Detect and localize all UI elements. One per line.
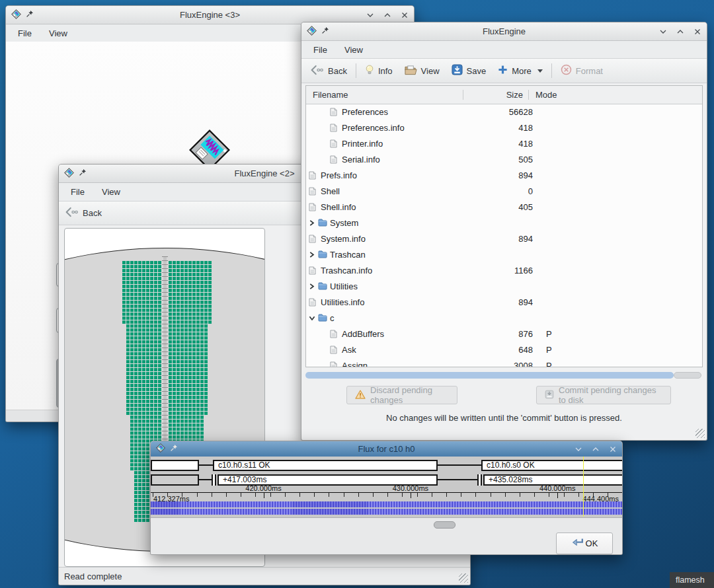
resize-grip[interactable] — [695, 429, 705, 438]
table-row[interactable]: Preferences.info418 — [306, 120, 702, 135]
toolbar-separator — [356, 63, 356, 78]
record-start-marker — [477, 474, 482, 486]
table-row[interactable]: Ask648P — [306, 342, 702, 357]
pin-icon[interactable] — [170, 444, 178, 454]
filename-cell: Ask — [342, 345, 475, 355]
flux-plot: c10.h0.s11 OK c10.h0.s0 OK +417.003ms +4… — [151, 457, 622, 518]
table-row[interactable]: c — [306, 310, 702, 326]
file-icon — [309, 203, 321, 211]
chevron-right-icon[interactable] — [309, 220, 318, 226]
connector-line — [438, 479, 477, 480]
mode-cell: P — [539, 345, 702, 355]
axis-major-tick — [411, 492, 411, 498]
discard-label: Discard pending changes — [370, 385, 449, 405]
format-label: Format — [576, 66, 603, 76]
toolbar: Back Info View Save More Format — [301, 59, 707, 83]
flux-band-bottom — [151, 509, 622, 515]
size-cell: 894 — [475, 297, 539, 307]
pin-icon[interactable] — [26, 10, 34, 20]
mode-cell: P — [539, 361, 702, 367]
menu-file[interactable]: File — [71, 187, 85, 197]
table-row[interactable]: System — [306, 215, 702, 231]
pin-icon[interactable] — [79, 168, 87, 178]
filename-cell: System.info — [321, 234, 475, 244]
folder-icon — [318, 219, 330, 227]
time-cursor[interactable] — [583, 457, 584, 517]
table-row[interactable]: Shell0 — [306, 183, 702, 199]
scrollbar-thumb[interactable] — [434, 521, 456, 529]
sector-cells-right — [169, 261, 212, 324]
folder-icon — [318, 282, 330, 290]
menu-view[interactable]: View — [344, 45, 363, 55]
table-row[interactable]: Utilities — [306, 278, 702, 294]
table-row[interactable]: Serial.info505 — [306, 151, 702, 167]
size-cell: 405 — [475, 202, 539, 212]
table-row[interactable]: Trashcan.info1166 — [306, 262, 702, 278]
column-mode[interactable]: Mode — [528, 90, 702, 100]
minimize-icon[interactable] — [366, 11, 374, 19]
maximize-icon[interactable] — [592, 445, 600, 453]
size-cell: 505 — [475, 155, 539, 165]
size-cell: 894 — [475, 170, 539, 180]
chevron-down-icon[interactable] — [309, 315, 318, 321]
ok-button[interactable]: OK — [556, 533, 613, 554]
timing-label: +435.028ms — [489, 475, 532, 484]
table-row[interactable]: System.info894 — [306, 231, 702, 246]
view-button[interactable]: View — [399, 59, 446, 83]
back-button[interactable]: Back — [304, 59, 353, 83]
minimize-icon[interactable] — [659, 28, 667, 36]
menu-file[interactable]: File — [18, 28, 32, 38]
size-cell: 418 — [475, 123, 539, 133]
resize-grip[interactable] — [459, 573, 468, 583]
maximize-icon[interactable] — [676, 28, 684, 36]
menu-view[interactable]: View — [49, 28, 67, 38]
sector-box: c10.h0.s11 OK — [213, 460, 438, 471]
titlebar[interactable]: Flux for c10 h0 — [151, 441, 622, 457]
chevron-right-icon[interactable] — [309, 252, 318, 258]
minimize-icon[interactable] — [575, 445, 582, 453]
window-flux-viewer: Flux for c10 h0 c10.h0.s11 OK c10.h0.s0 … — [150, 441, 623, 555]
axis-major-tick — [557, 492, 558, 498]
connector-line — [438, 464, 481, 466]
table-row[interactable]: Utilities.info894 — [306, 294, 702, 310]
filename-cell: Printer.info — [342, 139, 475, 149]
save-button[interactable]: Save — [446, 59, 493, 83]
column-size[interactable]: Size — [463, 90, 528, 100]
more-button[interactable]: More — [492, 59, 549, 83]
pin-icon[interactable] — [321, 26, 329, 36]
maximize-icon[interactable] — [383, 11, 391, 19]
close-icon[interactable] — [401, 11, 409, 19]
titlebar[interactable]: FluxEngine — [301, 22, 707, 41]
horizontal-scrollbar[interactable] — [305, 372, 701, 379]
discard-button[interactable]: Discard pending changes — [346, 386, 457, 404]
chevron-right-icon[interactable] — [309, 283, 318, 289]
table-row[interactable]: Trashcan — [306, 246, 702, 262]
record-start-marker — [212, 474, 216, 486]
table-row[interactable]: Assign3008P — [306, 357, 702, 367]
axis-tick-label: 440.000ms — [539, 484, 575, 492]
info-button[interactable]: Info — [359, 59, 399, 83]
timing-box — [151, 474, 199, 486]
menu-view[interactable]: View — [102, 187, 120, 197]
scrollbar-thumb[interactable] — [674, 372, 701, 379]
desktop: { "colors": { "desktop_blue": "#1b619a",… — [0, 0, 714, 588]
column-filename[interactable]: Filename — [306, 90, 463, 100]
file-icon — [330, 139, 342, 148]
table-row[interactable]: Preferences56628 — [306, 104, 702, 120]
commit-label: Commit pending changes to disk — [559, 385, 662, 405]
view-label: View — [421, 66, 440, 76]
table-row[interactable]: Prefs.info894 — [306, 167, 702, 183]
file-icon — [309, 298, 321, 307]
close-icon[interactable] — [609, 445, 617, 453]
table-row[interactable]: AddBuffers876P — [306, 326, 702, 342]
filename-cell: Utilities.info — [321, 297, 475, 307]
format-button[interactable]: Format — [555, 59, 609, 83]
menu-file[interactable]: File — [313, 45, 327, 55]
filename-cell: AddBuffers — [342, 329, 475, 339]
close-icon[interactable] — [694, 28, 701, 36]
back-button[interactable]: Back — [59, 202, 108, 225]
commit-button[interactable]: Commit pending changes to disk — [536, 386, 671, 404]
table-row[interactable]: Printer.info418 — [306, 135, 702, 151]
table-row[interactable]: Shell.info405 — [306, 199, 702, 215]
notification-flameshot[interactable]: flamesh — [670, 572, 714, 588]
